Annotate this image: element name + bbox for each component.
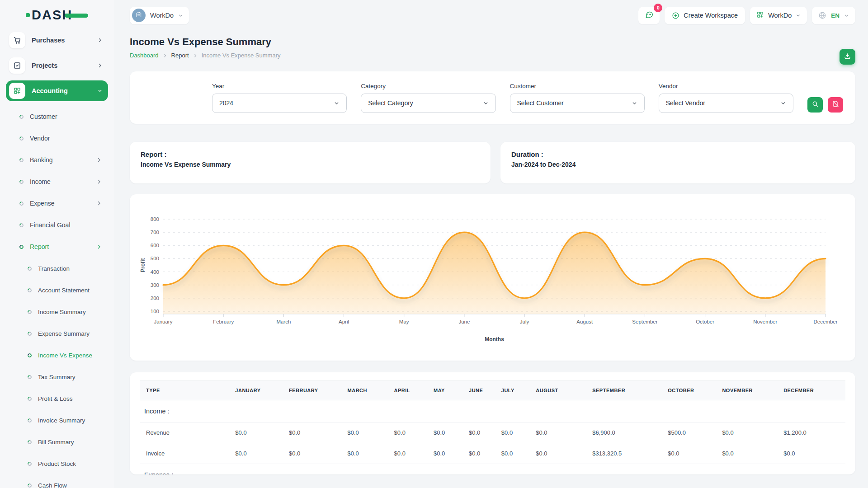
svg-text:600: 600: [151, 243, 159, 248]
svg-text:October: October: [696, 319, 714, 324]
sidebar-item-customer[interactable]: Customer: [6, 106, 108, 127]
row-type-cell: Revenue: [140, 422, 231, 443]
column-header-march: MARCH: [343, 381, 390, 400]
chevron-down-icon: [178, 13, 183, 18]
sidebar-item-label: Account Statement: [38, 287, 102, 294]
svg-text:December: December: [813, 319, 837, 324]
workdo-menu-button[interactable]: WorkDo: [750, 7, 807, 24]
download-button[interactable]: [840, 49, 855, 65]
breadcrumb-current: Income Vs Expense Summary: [202, 52, 281, 59]
sidebar-item-income-summary[interactable]: Income Summary: [6, 301, 108, 323]
sidebar-item-cash-flow[interactable]: Cash Flow: [6, 474, 108, 488]
sidebar-item-accounting[interactable]: Accounting: [6, 80, 108, 101]
sidebar-item-expense[interactable]: Expense: [6, 192, 108, 214]
table-cell: $0.0: [531, 443, 588, 464]
sidebar-item-purchases[interactable]: Purchases: [6, 30, 108, 51]
sidebar-menu: PurchasesProjectsAccountingCustomerVendo…: [6, 30, 108, 488]
sidebar-item-profit-loss[interactable]: Profit & Loss: [6, 388, 108, 409]
circle-icon: [27, 461, 33, 467]
sidebar-item-label: Bill Summary: [38, 439, 102, 446]
vendor-select[interactable]: Select Vendor: [659, 94, 793, 113]
table-cell: $0.0: [717, 443, 779, 464]
year-field: Year 2024: [212, 83, 347, 113]
messages-button[interactable]: 0: [638, 7, 660, 24]
table-cell: $0.0: [779, 443, 845, 464]
vendor-label: Vendor: [659, 83, 793, 89]
svg-text:July: July: [520, 319, 529, 324]
svg-text:February: February: [213, 319, 234, 324]
chevron-down-icon: [796, 13, 801, 18]
app-root: DASH PurchasesProjectsAccountingCustomer…: [0, 0, 868, 488]
sidebar-item-income-vs-expense[interactable]: Income Vs Expense: [6, 344, 108, 366]
chevron-right-icon: [163, 53, 167, 58]
category-select[interactable]: Select Category: [361, 94, 495, 113]
sidebar-item-tax-summary[interactable]: Tax Summary: [6, 366, 108, 388]
plus-circle-icon: [672, 12, 679, 19]
chevron-right-icon: [96, 244, 102, 249]
sidebar-item-account-statement[interactable]: Account Statement: [6, 279, 108, 301]
create-workspace-label: Create Workspace: [684, 12, 738, 19]
sidebar-item-product-stock[interactable]: Product Stock: [6, 453, 108, 474]
create-workspace-button[interactable]: Create Workspace: [665, 7, 745, 24]
year-select[interactable]: 2024: [212, 94, 347, 113]
sidebar-item-transaction[interactable]: Transaction: [6, 258, 108, 279]
cart-icon: [9, 32, 25, 48]
column-header-type: TYPE: [140, 381, 231, 400]
sidebar-item-bill-summary[interactable]: Bill Summary: [6, 431, 108, 453]
sidebar-item-label: Cash Flow: [38, 482, 102, 488]
chat-bubble-icon: [645, 10, 654, 21]
svg-text:Months: Months: [485, 336, 504, 343]
language-selector[interactable]: EN: [812, 7, 855, 24]
sidebar-item-invoice-summary[interactable]: Invoice Summary: [6, 409, 108, 431]
category-field: Category Select Category: [361, 83, 495, 113]
report-label: Report :: [141, 150, 480, 158]
table-cell: $0.0: [497, 422, 531, 443]
svg-text:January: January: [154, 319, 173, 324]
svg-text:100: 100: [151, 309, 159, 314]
sidebar-item-financial-goal[interactable]: Financial Goal: [6, 214, 108, 236]
summary-cards: Report : Income Vs Expense Summary Durat…: [130, 142, 855, 183]
breadcrumb: Dashboard Report Income Vs Expense Summa…: [130, 52, 855, 59]
breadcrumb-report[interactable]: Report: [171, 52, 189, 59]
circle-icon: [27, 418, 33, 423]
svg-text:March: March: [276, 319, 291, 324]
table-row-revenue: Revenue$0.0$0.0$0.0$0.0$0.0$0.0$0.0$0.0$…: [140, 422, 845, 443]
svg-text:800: 800: [151, 216, 159, 222]
apply-filter-button[interactable]: [807, 97, 823, 113]
sidebar-item-label: Vendor: [30, 135, 102, 142]
column-header-august: AUGUST: [531, 381, 588, 400]
column-header-may: MAY: [429, 381, 464, 400]
circle-icon: [19, 136, 24, 141]
breadcrumb-dashboard[interactable]: Dashboard: [130, 52, 159, 59]
circle-icon: [19, 244, 24, 250]
vendor-field: Vendor Select Vendor: [659, 83, 793, 113]
sidebar-item-projects[interactable]: Projects: [6, 55, 108, 76]
customer-select[interactable]: Select Customer: [510, 94, 645, 113]
table-cell: $0.0: [497, 443, 531, 464]
sidebar-item-income[interactable]: Income: [6, 171, 108, 192]
sidebar-item-label: Accounting: [32, 87, 91, 94]
svg-text:200: 200: [151, 296, 159, 301]
sidebar-item-banking[interactable]: Banking: [6, 149, 108, 171]
workspace-selector[interactable]: WorkDo: [130, 7, 189, 24]
sidebar-item-expense-summary[interactable]: Expense Summary: [6, 323, 108, 344]
sidebar-item-label: Customer: [30, 113, 102, 120]
chevron-down-icon: [97, 88, 103, 94]
circle-icon: [27, 331, 33, 337]
workspace-avatar: [132, 9, 146, 22]
sidebar-item-vendor[interactable]: Vendor: [6, 127, 108, 149]
circle-icon: [27, 287, 33, 293]
category-value: Select Category: [368, 99, 413, 107]
svg-text:Profit: Profit: [140, 258, 146, 272]
svg-text:700: 700: [151, 230, 159, 235]
sidebar: DASH PurchasesProjectsAccountingCustomer…: [0, 0, 114, 488]
sidebar-item-report[interactable]: Report: [6, 236, 108, 258]
reset-filter-button[interactable]: [828, 97, 843, 113]
income-vs-expense-area-chart: 100200300400500600700800JanuaryFebruaryM…: [138, 202, 847, 352]
year-label: Year: [212, 83, 347, 89]
brand-logo[interactable]: DASH: [6, 0, 108, 30]
customer-field: Customer Select Customer: [510, 83, 645, 113]
sidebar-item-label: Financial Goal: [30, 221, 102, 229]
globe-icon: [818, 11, 826, 19]
circle-icon: [19, 222, 24, 228]
